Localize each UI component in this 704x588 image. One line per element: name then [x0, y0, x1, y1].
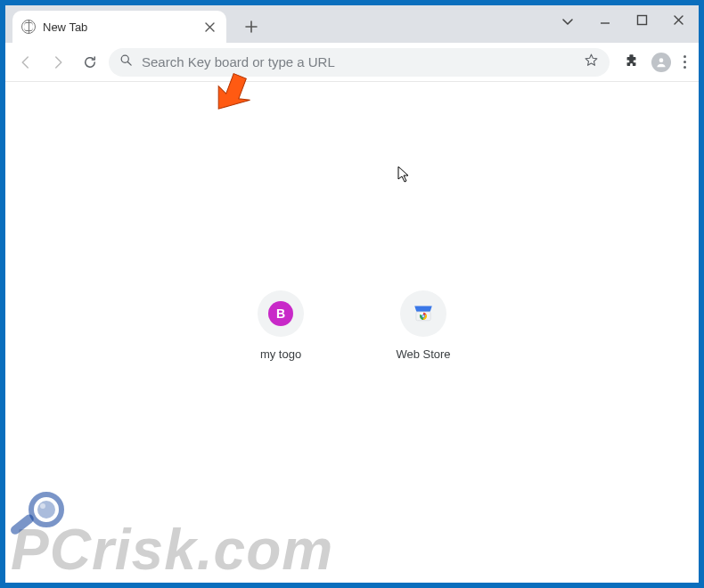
shortcut-tile: B	[258, 290, 304, 337]
webstore-icon	[412, 300, 435, 327]
close-tab-button[interactable]	[201, 19, 217, 35]
svg-point-2	[659, 58, 664, 62]
shortcut-my-togo[interactable]: B my togo	[238, 290, 323, 361]
window-controls	[561, 5, 693, 37]
search-icon	[119, 53, 133, 70]
shortcut-label: my togo	[260, 347, 301, 361]
svg-rect-9	[9, 513, 36, 536]
shortcuts-row: B my togo	[238, 290, 466, 361]
shortcut-label: Web Store	[396, 347, 450, 361]
address-input[interactable]	[142, 54, 575, 69]
tab-title: New Tab	[43, 20, 194, 34]
maximize-button[interactable]	[636, 13, 648, 29]
svg-point-10	[40, 503, 45, 509]
svg-point-8	[37, 501, 55, 519]
svg-point-1	[121, 55, 128, 62]
page-content: B my togo	[5, 82, 699, 583]
forward-button[interactable]	[45, 49, 71, 76]
reload-button[interactable]	[77, 49, 103, 76]
svg-point-7	[31, 494, 61, 525]
shortcut-badge: B	[268, 301, 293, 326]
extensions-icon[interactable]	[624, 53, 639, 71]
toolbar-right	[615, 53, 692, 72]
svg-rect-0	[638, 16, 647, 25]
minimize-button[interactable]	[599, 13, 611, 29]
omnibox[interactable]	[109, 48, 610, 77]
tab-search-button[interactable]	[561, 15, 574, 28]
svg-point-6	[422, 315, 424, 317]
toolbar	[5, 43, 699, 82]
bookmark-star-icon[interactable]	[584, 53, 599, 71]
cursor-icon	[397, 166, 412, 187]
watermark: PCrisk.com	[11, 517, 333, 583]
close-window-button[interactable]	[673, 13, 684, 29]
shortcut-web-store[interactable]: Web Store	[381, 290, 466, 361]
menu-button[interactable]	[684, 55, 686, 69]
titlebar: New Tab	[5, 5, 699, 43]
back-button[interactable]	[12, 49, 39, 76]
watermark-text: PCrisk.com	[11, 518, 333, 582]
browser-tab[interactable]: New Tab	[12, 11, 226, 43]
profile-avatar[interactable]	[651, 53, 671, 72]
shortcut-tile	[400, 290, 446, 337]
browser-window: New Tab	[5, 5, 699, 583]
globe-icon	[21, 20, 36, 34]
new-tab-button[interactable]	[239, 14, 264, 39]
